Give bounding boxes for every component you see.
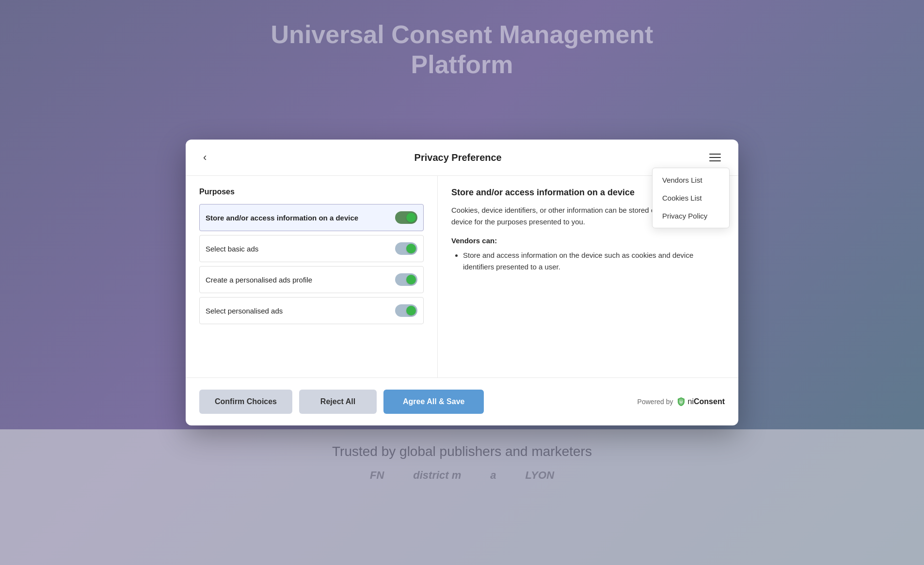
uniconsent-text: niConsent bbox=[688, 397, 725, 406]
modal-header: ‹ Privacy Preference Vendors List Cookie… bbox=[186, 140, 738, 176]
toggle-thumb-personalised-ads bbox=[406, 306, 416, 315]
reject-all-button[interactable]: Reject All bbox=[299, 390, 377, 414]
left-panel: Purposes Store and/or access information… bbox=[186, 176, 438, 377]
toggle-personalised-ads[interactable] bbox=[395, 304, 417, 317]
toggle-personalised-profile[interactable] bbox=[395, 273, 417, 286]
modal: ‹ Privacy Preference Vendors List Cookie… bbox=[186, 140, 738, 425]
vendors-list: Store and access information on the devi… bbox=[451, 250, 725, 273]
menu-line-3 bbox=[709, 160, 721, 161]
shield-icon: U bbox=[676, 397, 686, 407]
purpose-item-store[interactable]: Store and/or access information on a dev… bbox=[199, 204, 424, 231]
footer-buttons: Confirm Choices Reject All Agree All & S… bbox=[199, 390, 484, 414]
vendors-can-label: Vendors can: bbox=[451, 236, 725, 245]
confirm-choices-button[interactable]: Confirm Choices bbox=[199, 390, 292, 414]
purpose-label-personalised-ads: Select personalised ads bbox=[206, 307, 395, 315]
toggle-thumb-personalised-profile bbox=[406, 275, 416, 284]
menu-line-2 bbox=[709, 157, 721, 158]
purpose-label-personalised-profile: Create a personalised ads profile bbox=[206, 276, 395, 284]
powered-by-text: Powered by bbox=[637, 398, 673, 406]
modal-footer: Confirm Choices Reject All Agree All & S… bbox=[186, 377, 738, 425]
dropdown-menu: Vendors List Cookies List Privacy Policy bbox=[652, 168, 730, 228]
purpose-item-personalised-ads[interactable]: Select personalised ads bbox=[199, 297, 424, 324]
modal-overlay: ‹ Privacy Preference Vendors List Cookie… bbox=[0, 0, 924, 565]
toggle-basic-ads[interactable] bbox=[395, 242, 417, 255]
purpose-label-store: Store and/or access information on a dev… bbox=[206, 214, 395, 222]
menu-button[interactable] bbox=[705, 152, 725, 163]
toggle-store[interactable] bbox=[395, 211, 417, 224]
vendors-list-item: Store and access information on the devi… bbox=[463, 250, 725, 273]
purpose-item-basic-ads[interactable]: Select basic ads bbox=[199, 235, 424, 262]
uniconsent-brand: U niConsent bbox=[676, 397, 725, 407]
dropdown-privacy-policy[interactable]: Privacy Policy bbox=[653, 207, 729, 225]
agree-all-save-button[interactable]: Agree All & Save bbox=[383, 390, 484, 414]
back-button[interactable]: ‹ bbox=[199, 149, 210, 166]
toggle-thumb-store bbox=[406, 213, 416, 222]
powered-by: Powered by U niConsent bbox=[637, 397, 725, 407]
svg-text:U: U bbox=[680, 400, 683, 404]
purposes-label: Purposes bbox=[199, 188, 424, 196]
toggle-thumb-basic-ads bbox=[406, 244, 416, 253]
dropdown-cookies-list[interactable]: Cookies List bbox=[653, 189, 729, 207]
purpose-label-basic-ads: Select basic ads bbox=[206, 245, 395, 253]
menu-line-1 bbox=[709, 154, 721, 155]
purpose-item-personalised-profile[interactable]: Create a personalised ads profile bbox=[199, 266, 424, 293]
modal-title: Privacy Preference bbox=[414, 152, 502, 163]
dropdown-vendors-list[interactable]: Vendors List bbox=[653, 171, 729, 189]
